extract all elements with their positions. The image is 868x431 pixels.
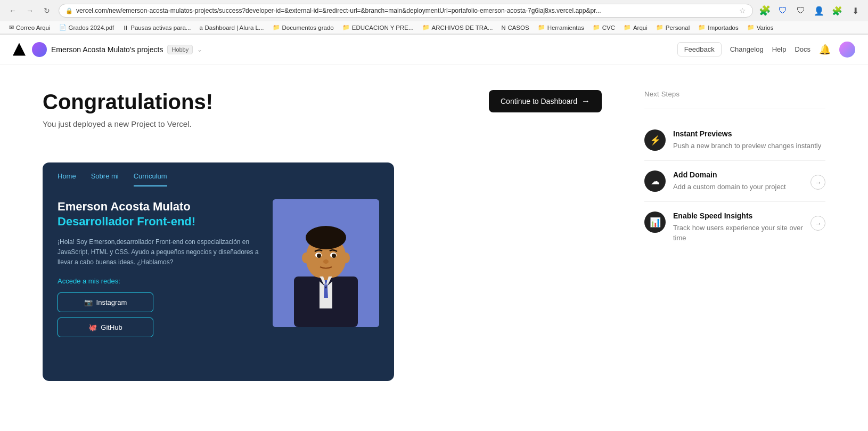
reload-button[interactable]: ↻ [39,3,54,18]
pause-icon: ⏸ [122,25,128,31]
bookmark-archivos[interactable]: 📁 ARCHIVOS DE TRA... [419,23,497,32]
user-avatar[interactable] [839,42,855,58]
preview-person-desc: ¡Hola! Soy Emerson,desarrollador Front-e… [58,237,260,268]
bookmark-varios[interactable]: 📁 Varios [743,23,777,32]
add-domain-arrow-button[interactable]: → [810,175,825,190]
svg-point-13 [323,259,329,264]
chevron-down-icon[interactable]: ⌄ [197,46,202,53]
github-icon: 🐙 [88,323,97,331]
github-button[interactable]: 🐙 GitHub [58,318,153,337]
correo-icon: ✉ [9,24,14,31]
bookmark-documentos[interactable]: 📁 Documentos grado [269,23,338,32]
instagram-icon: 📷 [84,298,93,306]
folder5-icon: 📁 [593,24,600,31]
project-info: Emerson Acosta Mulato's projects Hobby ⌄ [32,42,202,57]
preview-navigation: Home Sobre mi Curriculum [43,162,394,186]
bookmark-arqui[interactable]: 📁 Arqui [620,23,651,32]
bookmark-pausas[interactable]: ⏸ Pausas activas para... [119,23,194,32]
chart-icon: 📊 [650,217,661,228]
folder6-icon: 📁 [624,24,631,31]
hobby-badge[interactable]: Hobby [167,45,193,54]
project-name: Emerson Acosta Mulato's projects [51,45,163,54]
preview-nav-curriculum[interactable]: Curriculum [134,172,167,186]
vercel-logo[interactable] [13,43,26,56]
speed-insights-arrow-button[interactable]: → [810,216,825,231]
app: Emerson Acosta Mulato's projects Hobby ⌄… [0,35,868,428]
folder3-icon: 📁 [422,24,430,31]
alura-icon: a [199,25,202,31]
notification-button[interactable]: 🔔 [819,44,831,55]
step-speed-insights: 📊 Enable Speed Insights Track how users … [644,202,825,252]
browser-chrome: ← → ↻ 🔒 vercel.com/new/emerson-acosta-mu… [0,0,868,35]
preview-person-role: Desarrollador Front-end! [58,215,260,229]
preview-body: Emerson Acosta Mulato Desarrollador Fron… [43,186,394,355]
browser-nav-buttons: ← → ↻ [5,3,54,18]
svg-point-12 [332,254,336,258]
congrats-subtitle: You just deployed a new Project to Verce… [43,119,213,128]
top-navigation: Emerson Acosta Mulato's projects Hobby ⌄… [0,35,868,64]
continue-to-dashboard-button[interactable]: Continue to Dashboard → [489,90,602,112]
instant-previews-content: Instant Previews Push a new branch to pr… [673,129,825,151]
pdf-icon: 📄 [59,24,67,31]
lightning-icon: ⚡ [650,135,661,146]
address-bar[interactable]: 🔒 vercel.com/new/emerson-acosta-mulatos-… [59,4,753,18]
browser-toolbar: ← → ↻ 🔒 vercel.com/new/emerson-acosta-mu… [0,0,868,21]
puzzle-icon[interactable]: 🧩 [830,3,845,18]
folder-icon: 📁 [273,24,280,31]
profile-icon[interactable]: 👤 [812,3,826,18]
nav-right: Feedback Changelog Help Docs 🔔 [677,42,855,58]
next-steps-divider [644,109,825,109]
bookmark-star-icon: ☆ [739,6,746,15]
folder8-icon: 📁 [698,24,706,31]
preview-nav-home[interactable]: Home [58,172,76,186]
bookmark-importados[interactable]: 📁 Importados [694,23,742,32]
shield-icon[interactable]: 🛡 [793,3,808,18]
extensions-icon[interactable]: 🧩 [757,3,772,18]
add-domain-title: Add Domain [673,170,803,179]
instagram-button[interactable]: 📷 Instagram [58,292,153,312]
instant-previews-icon-circle: ⚡ [644,129,666,151]
bookmark-cvc[interactable]: 📁 CVC [589,23,619,32]
next-steps-title: Next Steps [644,90,825,98]
speed-insights-icon-circle: 📊 [644,212,666,233]
main-content: Congratulations! You just deployed a new… [0,64,868,428]
back-button[interactable]: ← [5,3,20,18]
next-steps-section: Next Steps ⚡ Instant Previews Push a new… [644,90,825,403]
step-instant-previews: ⚡ Instant Previews Push a new branch to … [644,120,825,161]
forward-button[interactable]: → [22,3,37,18]
instant-previews-desc: Push a new branch to preview changes ins… [673,141,825,151]
folder7-icon: 📁 [656,24,664,31]
bitwarden-icon[interactable]: 🛡 [775,3,790,18]
lock-icon: 🔒 [65,7,73,14]
bookmark-grados-pdf[interactable]: 📄 Grados 2024.pdf [55,23,118,32]
download-icon[interactable]: ⬇ [848,3,863,18]
svg-point-8 [342,253,350,263]
help-link[interactable]: Help [772,45,787,53]
feedback-button[interactable]: Feedback [677,42,722,56]
preview-social-title: Accede a mis redes: [58,277,260,285]
project-avatar [32,42,47,57]
bookmark-correo-arqui[interactable]: ✉ Correo Arqui [5,23,54,32]
nav-left: Emerson Acosta Mulato's projects Hobby ⌄ [13,42,202,57]
preview-nav-sobre-mi[interactable]: Sobre mi [91,172,119,186]
bookmark-educacion[interactable]: 📁 EDUCACION Y PRE... [339,23,417,32]
speed-insights-desc: Track how users experience your site ove… [673,223,803,242]
changelog-link[interactable]: Changelog [730,45,764,53]
bookmark-casos[interactable]: N CASOS [497,23,533,32]
bookmark-herramientas[interactable]: 📁 Herramientas [534,23,588,32]
step-add-domain: ☁ Add Domain Add a custom domain to your… [644,161,825,202]
folder2-icon: 📁 [342,24,350,31]
preview-person-name: Emerson Acosta Mulato [58,199,260,215]
instant-previews-title: Instant Previews [673,129,825,138]
preview-card: Home Sobre mi Curriculum Emerson Acosta … [43,162,394,381]
congrats-title: Congratulations! [43,90,213,114]
bookmark-alura[interactable]: a Dashboard | Alura L... [195,23,267,32]
browser-action-buttons: 🧩 🛡 🛡 👤 🧩 ⬇ [757,3,863,18]
svg-point-6 [306,226,346,249]
notion-icon: N [501,25,505,31]
arrow-right-icon: → [582,96,590,106]
bookmark-personal[interactable]: 📁 Personal [652,23,693,32]
docs-link[interactable]: Docs [795,45,810,53]
folder4-icon: 📁 [538,24,545,31]
speed-insights-title: Enable Speed Insights [673,212,803,220]
